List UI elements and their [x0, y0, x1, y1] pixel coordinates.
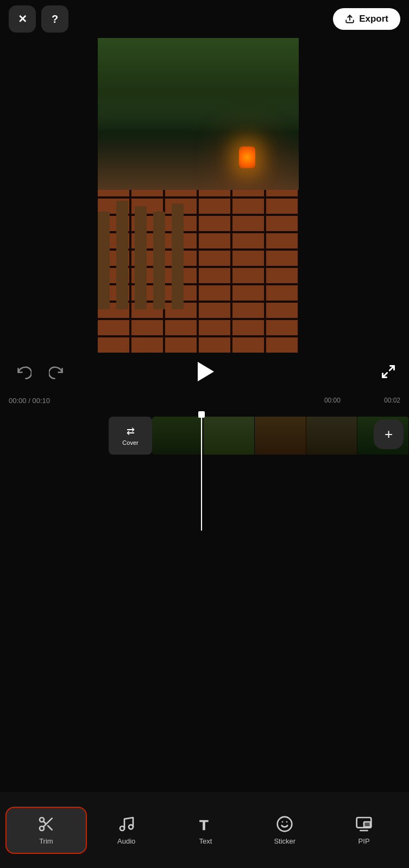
fence-post [98, 212, 110, 309]
tool-text[interactable]: T Text [166, 808, 246, 853]
playhead-top [198, 411, 205, 418]
undo-icon [16, 364, 32, 379]
clip-frame-1 [152, 417, 204, 455]
add-clip-button[interactable]: + [374, 419, 404, 449]
clip-frame-2 [204, 417, 255, 455]
fence-post [153, 212, 165, 309]
time-display: 00:00 / 00:10 [9, 397, 50, 405]
trim-label: Trim [39, 837, 53, 845]
export-label: Export [359, 14, 388, 24]
cover-clip[interactable]: ⇄ Cover [109, 417, 152, 455]
audio-icon [118, 815, 135, 833]
export-button[interactable]: Export [333, 8, 400, 30]
fullscreen-icon [381, 364, 396, 379]
svg-rect-18 [364, 822, 370, 827]
scissors-icon [37, 815, 55, 833]
lantern-glow [239, 146, 255, 168]
foliage-overlay [98, 38, 299, 146]
sticker-icon [276, 815, 293, 833]
fence-post [172, 203, 184, 309]
sticker-label: Sticker [274, 837, 295, 845]
fence-post [135, 206, 147, 309]
pip-icon [355, 815, 373, 833]
timeline-markers: 00:00 00:02 [324, 397, 400, 404]
cover-arrows-icon: ⇄ [127, 425, 135, 437]
video-frame [98, 38, 299, 353]
audio-label: Audio [117, 837, 135, 845]
svg-point-11 [120, 826, 124, 831]
total-time: 00:10 [32, 397, 50, 405]
video-preview [98, 38, 299, 353]
svg-line-9 [48, 826, 52, 829]
fence-post [116, 201, 128, 309]
tool-trim[interactable]: Trim [5, 807, 87, 854]
play-icon [198, 362, 214, 381]
svg-point-12 [129, 825, 133, 829]
svg-line-10 [43, 821, 46, 824]
play-button[interactable] [191, 358, 219, 386]
fence [98, 190, 196, 309]
text-icon: T [197, 815, 214, 833]
current-time: 00:00 [9, 397, 27, 405]
redo-icon [49, 364, 64, 379]
playhead[interactable] [201, 411, 202, 531]
redo-button[interactable] [49, 364, 64, 379]
clip-frame-3 [255, 417, 306, 455]
pip-label: PIP [358, 837, 370, 845]
main-video-clip[interactable] [152, 417, 409, 455]
fullscreen-button[interactable] [381, 364, 396, 379]
export-icon [345, 14, 355, 24]
header-left-controls: ✕ ? [9, 5, 68, 33]
timeline-area[interactable]: ⇄ Cover + Add Music [0, 411, 409, 531]
header: ✕ ? Export [0, 0, 409, 38]
svg-point-14 [278, 816, 292, 831]
playback-controls [0, 353, 409, 391]
bottom-toolbar: Trim Audio T Text Sticker PI [0, 792, 409, 868]
tool-pip[interactable]: PIP [324, 808, 404, 853]
undo-button[interactable] [16, 364, 32, 379]
close-button[interactable]: ✕ [9, 5, 36, 33]
marker-2: 00:02 [384, 397, 400, 404]
cover-label: Cover [122, 439, 138, 446]
text-label: Text [199, 837, 212, 845]
clip-frame-4 [306, 417, 358, 455]
timeline-bar: 00:00 / 00:10 00:00 00:02 [0, 390, 409, 411]
tool-audio[interactable]: Audio [87, 808, 166, 853]
help-button[interactable]: ? [41, 5, 68, 33]
tool-sticker[interactable]: Sticker [245, 808, 324, 853]
svg-text:T: T [200, 816, 209, 832]
marker-0: 00:00 [324, 397, 341, 404]
